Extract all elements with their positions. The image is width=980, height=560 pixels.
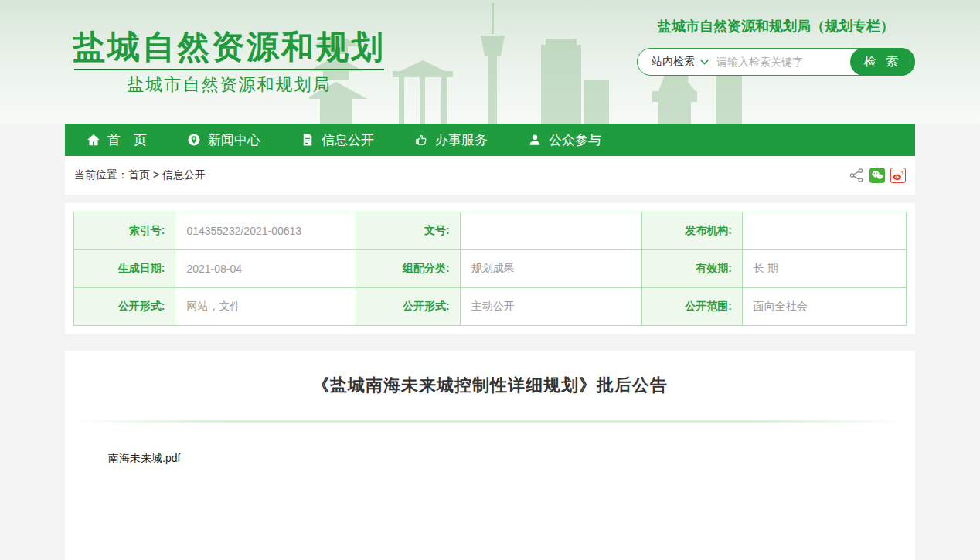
meta-label: 公开形式: xyxy=(356,288,461,326)
breadcrumb-home-link[interactable]: 首页 xyxy=(128,168,150,181)
meta-label: 生成日期: xyxy=(74,250,175,288)
meta-value: 面向全社会 xyxy=(742,288,906,326)
nav-item-home[interactable]: 首 页 xyxy=(87,131,147,149)
meta-value: 网站，文件 xyxy=(175,288,356,326)
meta-label: 公开范围: xyxy=(641,288,742,326)
meta-label: 有效期: xyxy=(641,250,742,288)
document-icon xyxy=(301,133,315,147)
breadcrumb-separator: > xyxy=(150,168,162,181)
portal-title: 盐城市自然资源和规划局（规划专栏） xyxy=(637,17,915,36)
nav-item-news[interactable]: 新闻中心 xyxy=(187,131,260,149)
home-icon xyxy=(87,133,100,147)
meta-label: 发布机构: xyxy=(641,212,742,250)
meta-label: 组配分类: xyxy=(356,250,461,288)
table-row: 公开形式: 网站，文件 公开形式: 主动公开 公开范围: 面向全社会 xyxy=(74,288,907,326)
person-icon xyxy=(528,133,542,147)
table-row: 索引号: 014355232/2021-00613 文号: 发布机构: xyxy=(74,212,907,250)
breadcrumb: 当前位置：首页 > 信息公开 xyxy=(74,168,206,182)
meta-value: 2021-08-04 xyxy=(175,250,356,288)
nav-item-label: 新闻中心 xyxy=(208,131,260,149)
site-logo-subtitle: 盐城市自然资源和规划局 xyxy=(73,73,386,97)
meta-value: 014355232/2021-00613 xyxy=(175,212,356,250)
breadcrumb-section-link[interactable]: 信息公开 xyxy=(162,168,206,181)
breadcrumb-bar: 当前位置：首页 > 信息公开 xyxy=(65,156,915,195)
main-nav: 首 页 新闻中心 信息公开 办事服务 公众参与 xyxy=(65,124,915,156)
search-bar: 站内检索 检 索 xyxy=(637,48,915,76)
breadcrumb-prefix: 当前位置： xyxy=(74,168,128,181)
meta-label: 公开形式: xyxy=(74,288,175,326)
nav-item-info[interactable]: 信息公开 xyxy=(301,131,374,149)
meta-label: 索引号: xyxy=(74,212,175,250)
thumbs-up-icon xyxy=(414,133,428,147)
nav-item-label: 信息公开 xyxy=(322,131,374,149)
meta-label: 文号: xyxy=(356,212,461,250)
meta-value: 长 期 xyxy=(742,250,906,288)
site-header: 盐城自然资源和规划 盐城市自然资源和规划局 盐城市自然资源和规划局（规划专栏） … xyxy=(0,0,980,124)
site-logo[interactable]: 盐城自然资源和规划 盐城市自然资源和规划局 xyxy=(73,29,386,97)
attachment-pdf-link[interactable]: 南海未来城.pdf xyxy=(108,452,180,466)
nav-item-participation[interactable]: 公众参与 xyxy=(528,131,601,149)
page-title: 《盐城南海未来城控制性详细规划》批后公告 xyxy=(65,374,915,397)
chevron-down-icon xyxy=(700,59,709,65)
meta-value xyxy=(460,212,641,250)
share-icon[interactable] xyxy=(849,168,864,183)
search-button[interactable]: 检 索 xyxy=(850,48,915,76)
nav-item-label: 办事服务 xyxy=(435,131,488,149)
search-scope-select[interactable]: 站内检索 xyxy=(638,55,716,69)
site-logo-title: 盐城自然资源和规划 xyxy=(73,29,386,65)
meta-value: 主动公开 xyxy=(460,288,641,326)
search-scope-label: 站内检索 xyxy=(652,55,695,69)
share-icons xyxy=(849,168,906,183)
document-meta-section: 索引号: 014355232/2021-00613 文号: 发布机构: 生成日期… xyxy=(65,203,915,334)
globe-icon xyxy=(187,133,201,147)
nav-item-label: 公众参与 xyxy=(549,131,601,149)
nav-item-label: 首 页 xyxy=(107,131,147,149)
meta-value xyxy=(742,212,906,250)
table-row: 生成日期: 2021-08-04 组配分类: 规划成果 有效期: 长 期 xyxy=(74,250,907,288)
document-meta-table: 索引号: 014355232/2021-00613 文号: 发布机构: 生成日期… xyxy=(73,212,907,326)
wechat-icon[interactable] xyxy=(869,168,885,183)
logo-underline xyxy=(74,69,384,70)
nav-item-services[interactable]: 办事服务 xyxy=(414,131,488,149)
weibo-icon[interactable] xyxy=(890,168,906,183)
title-divider xyxy=(73,420,907,423)
article-section: 《盐城南海未来城控制性详细规划》批后公告 南海未来城.pdf xyxy=(65,351,915,560)
meta-value: 规划成果 xyxy=(460,250,641,288)
